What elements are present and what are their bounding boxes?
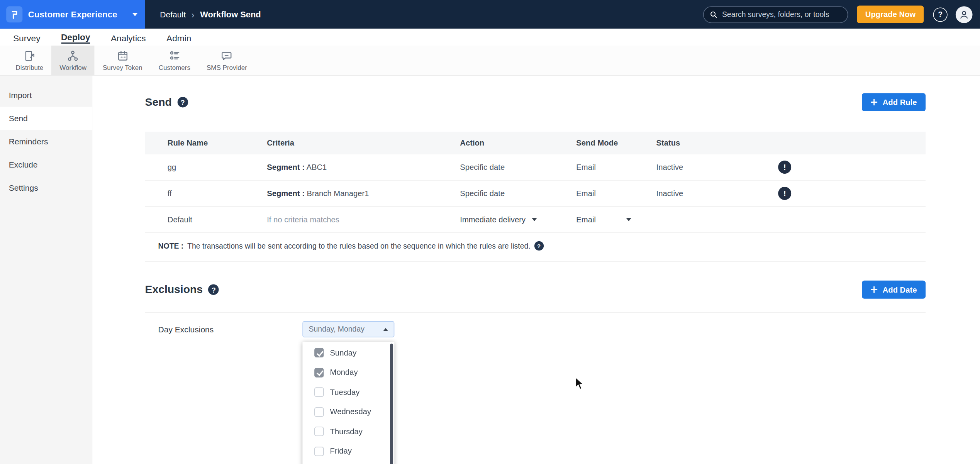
warning-icon[interactable]: ! bbox=[778, 161, 791, 174]
day-option-sunday[interactable]: Sunday bbox=[302, 343, 394, 363]
chevron-up-icon bbox=[383, 328, 388, 331]
toolbar-item-label: SMS Provider bbox=[207, 63, 247, 71]
table-row: gg Segment : ABC1 Specific date Email In… bbox=[145, 154, 926, 181]
col-send-mode: Send Mode bbox=[576, 139, 656, 147]
day-exclusions-label: Day Exclusions bbox=[158, 325, 303, 334]
toolbar-item-workflow[interactable]: Workflow bbox=[51, 46, 95, 75]
checkbox-icon[interactable] bbox=[314, 388, 324, 397]
day-option-label: Sunday bbox=[330, 349, 357, 357]
upgrade-button[interactable]: Upgrade Now bbox=[857, 6, 924, 23]
app-root: Customer Experience Default › Workflow S… bbox=[0, 0, 980, 464]
plus-icon bbox=[871, 286, 878, 293]
toolbar-item-label: Distribute bbox=[15, 63, 43, 71]
note-help-icon[interactable]: ? bbox=[534, 241, 543, 251]
send-section-header: Send ? Add Rule bbox=[145, 93, 926, 111]
day-option-wednesday[interactable]: Wednesday bbox=[302, 402, 394, 422]
rules-table-header: Rule Name Criteria Action Send Mode Stat… bbox=[145, 132, 926, 154]
avatar[interactable] bbox=[956, 6, 973, 23]
send-help-icon[interactable]: ? bbox=[177, 97, 188, 108]
global-search[interactable] bbox=[704, 6, 849, 23]
send-mode-dropdown-value: Email bbox=[576, 215, 596, 224]
search-input[interactable] bbox=[722, 10, 841, 19]
send-mode-dropdown[interactable]: Email bbox=[576, 215, 631, 224]
day-option-label: Monday bbox=[330, 368, 358, 377]
col-status: Status bbox=[656, 139, 778, 147]
rule-criteria: Segment : Branch Manager1 bbox=[267, 189, 460, 198]
help-icon[interactable]: ? bbox=[933, 7, 948, 22]
checkbox-icon[interactable] bbox=[314, 368, 324, 377]
checkbox-icon[interactable] bbox=[314, 348, 324, 357]
sidebar-item-send[interactable]: Send bbox=[0, 107, 93, 130]
col-rule-name: Rule Name bbox=[168, 139, 267, 147]
day-option-label: Friday bbox=[330, 447, 352, 456]
add-date-label: Add Date bbox=[883, 285, 917, 294]
topbar-actions: Upgrade Now ? bbox=[704, 6, 980, 23]
rule-name: gg bbox=[168, 163, 267, 172]
toolbar-item-distribute[interactable]: Distribute bbox=[7, 46, 51, 75]
breadcrumb-separator-icon: › bbox=[192, 10, 195, 19]
plus-icon bbox=[871, 99, 878, 106]
exclusions-section-title: Exclusions bbox=[145, 283, 203, 296]
sidebar-item-reminders[interactable]: Reminders bbox=[0, 130, 93, 153]
criteria-value: ABC1 bbox=[306, 163, 327, 172]
brand-logo-icon bbox=[6, 6, 22, 22]
rule-criteria: Segment : ABC1 bbox=[267, 163, 460, 172]
criteria-key: Segment : bbox=[267, 189, 305, 198]
day-exclusions-dropdown: Sunday Monday Tuesday bbox=[302, 342, 394, 464]
breadcrumb-page: Workflow Send bbox=[200, 10, 261, 19]
rule-send-mode: Email bbox=[576, 189, 656, 198]
distribute-icon bbox=[24, 50, 36, 62]
day-option-label: Tuesday bbox=[330, 388, 360, 397]
exclusions-body: Day Exclusions Sunday, Monday Sunday bbox=[145, 312, 926, 337]
sidebar-item-exclude[interactable]: Exclude bbox=[0, 153, 93, 176]
tab-analytics[interactable]: Analytics bbox=[111, 33, 146, 44]
sidebar: Import Send Reminders Exclude Settings bbox=[0, 76, 93, 464]
checkbox-icon[interactable] bbox=[314, 427, 324, 436]
day-option-friday[interactable]: Friday bbox=[302, 442, 394, 461]
tab-deploy[interactable]: Deploy bbox=[61, 32, 90, 44]
chevron-down-icon bbox=[532, 218, 537, 221]
sidebar-item-import[interactable]: Import bbox=[0, 84, 93, 107]
workspace-switcher[interactable]: Customer Experience bbox=[0, 0, 145, 29]
action-dropdown[interactable]: Immediate delivery bbox=[460, 215, 576, 224]
rule-name: Default bbox=[168, 215, 267, 224]
add-date-button[interactable]: Add Date bbox=[862, 281, 926, 299]
rule-status: Inactive bbox=[656, 189, 778, 198]
toolbar-item-label: Customers bbox=[159, 63, 190, 71]
rules-table: Rule Name Criteria Action Send Mode Stat… bbox=[145, 132, 926, 262]
day-option-tuesday[interactable]: Tuesday bbox=[302, 383, 394, 402]
topbar: Customer Experience Default › Workflow S… bbox=[0, 0, 980, 29]
day-exclusions-select-wrap: Sunday, Monday Sunday Monday bbox=[302, 321, 394, 337]
day-exclusions-select[interactable]: Sunday, Monday bbox=[302, 321, 394, 337]
sms-provider-icon bbox=[221, 50, 233, 62]
toolbar-item-sms-provider[interactable]: SMS Provider bbox=[198, 46, 255, 75]
note-label: NOTE : bbox=[158, 242, 184, 251]
day-option-label: Thursday bbox=[330, 427, 363, 436]
user-icon bbox=[959, 9, 970, 20]
breadcrumb-folder[interactable]: Default bbox=[160, 10, 186, 19]
checkbox-icon[interactable] bbox=[314, 447, 324, 456]
toolbar-item-survey-token[interactable]: Survey Token bbox=[95, 46, 151, 75]
dropdown-scrollbar[interactable] bbox=[390, 344, 393, 464]
exclusions-section-header: Exclusions ? Add Date bbox=[145, 281, 926, 299]
checkbox-icon[interactable] bbox=[314, 407, 324, 417]
tab-survey[interactable]: Survey bbox=[13, 33, 41, 44]
day-exclusions-value: Sunday, Monday bbox=[309, 325, 365, 334]
col-action: Action bbox=[460, 139, 576, 147]
rule-send-mode: Email bbox=[576, 163, 656, 172]
warning-icon[interactable]: ! bbox=[778, 187, 791, 200]
note: NOTE : The transactions will be sent acc… bbox=[145, 233, 926, 259]
rule-status: Inactive bbox=[656, 163, 778, 172]
chevron-down-icon bbox=[626, 218, 631, 221]
col-criteria: Criteria bbox=[267, 139, 460, 147]
toolbar-item-label: Survey Token bbox=[103, 63, 142, 71]
sidebar-item-settings[interactable]: Settings bbox=[0, 176, 93, 199]
exclusions-help-icon[interactable]: ? bbox=[209, 284, 219, 295]
criteria-key: Segment : bbox=[267, 163, 305, 172]
tab-admin[interactable]: Admin bbox=[166, 33, 191, 44]
day-option-thursday[interactable]: Thursday bbox=[302, 422, 394, 442]
add-rule-button[interactable]: Add Rule bbox=[862, 93, 926, 111]
toolbar-item-customers[interactable]: Customers bbox=[151, 46, 198, 75]
day-option-monday[interactable]: Monday bbox=[302, 363, 394, 383]
customers-icon bbox=[168, 50, 180, 62]
